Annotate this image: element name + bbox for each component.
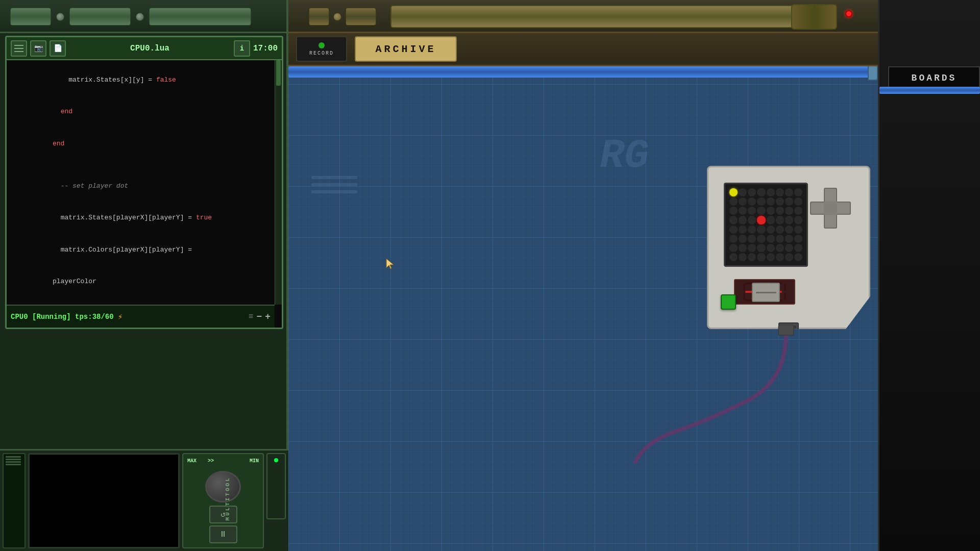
cable-connector [778, 322, 799, 338]
led-6-4 [767, 244, 775, 252]
code-line-5: -- set player dot [13, 170, 272, 202]
pipe-bolt-1 [56, 13, 64, 21]
record-button[interactable]: RECORD [296, 36, 347, 62]
led-3-1 [739, 216, 747, 224]
code-line-2: end [13, 96, 272, 128]
archive-label: ARCHIVE [375, 43, 436, 55]
editor-menu-button[interactable] [11, 40, 27, 57]
top-industrial-bar [288, 0, 878, 33]
led-4-5 [776, 226, 784, 234]
boards-label: BOARDS [912, 73, 957, 83]
menu-line-3 [14, 51, 23, 52]
pipe-1 [10, 8, 51, 26]
led-5-3 [757, 235, 765, 243]
led-7-2 [748, 253, 756, 261]
led-4-6 [785, 226, 793, 234]
led-0-3 [757, 188, 765, 196]
card-slot [752, 283, 780, 302]
led-7-5 [776, 253, 784, 261]
editor-content: matrix.States[x][y] = false end end -- s… [7, 60, 282, 305]
dpad-center [824, 202, 837, 215]
led-5-1 [739, 235, 747, 243]
refresh-button[interactable]: ↺ [209, 506, 237, 523]
led-5-4 [767, 235, 775, 243]
boards-button[interactable]: BOARDS [888, 66, 980, 89]
bottom-tool-panel: MAX >> MIN ↺ ⏸ MULTITOOL [0, 449, 288, 551]
red-status-light [845, 10, 852, 17]
led-6-6 [785, 244, 793, 252]
led-3-7 [794, 216, 802, 224]
left-panel: 📷 📄 CPU0.lua i 17:00 matrix.States[x][y]… [0, 33, 288, 551]
led-7-0 [729, 253, 738, 261]
led-5-5 [776, 235, 784, 243]
led-0-6 [785, 188, 793, 196]
camera-icon[interactable]: 📷 [30, 40, 46, 57]
pipe-3 [149, 8, 251, 26]
led-2-3 [757, 207, 765, 215]
workspace-grid: RG [288, 33, 980, 551]
led-1-2 [748, 197, 756, 206]
tool-knob[interactable] [205, 471, 241, 503]
led-1-7 [794, 197, 802, 206]
seg-tr-2 [784, 283, 786, 291]
power-indicator [274, 458, 278, 462]
led-5-2 [748, 235, 756, 243]
led-1-5 [776, 197, 784, 206]
monitor-screen [28, 453, 180, 548]
led-1-6 [785, 197, 793, 206]
editor-time: 17:00 [253, 44, 278, 53]
archive-button[interactable]: ARCHIVE [355, 36, 457, 62]
led-7-6 [785, 253, 793, 261]
pipe-2 [69, 8, 131, 26]
seg-br-2 [784, 293, 786, 300]
led-4-0 [729, 226, 738, 234]
led-2-7 [794, 207, 802, 215]
record-indicator [318, 42, 325, 48]
workspace-toolbar: RECORD ARCHIVE [288, 33, 878, 66]
code-line-1: matrix.States[x][y] = false [13, 64, 272, 96]
dpad-cross[interactable] [810, 188, 851, 229]
right-blue-bar [879, 87, 980, 94]
editor-info-button[interactable]: i [234, 40, 250, 57]
led-7-4 [767, 253, 775, 261]
led-0-2 [748, 188, 756, 196]
led-0-5 [776, 188, 784, 196]
pipe-bolt-2 [136, 13, 144, 21]
cable-svg [288, 33, 980, 551]
record-label: RECORD [309, 51, 334, 56]
led-2-2 [748, 207, 756, 215]
minus-button[interactable]: − [256, 312, 262, 322]
led-1-0 [729, 197, 738, 206]
bar-3 [6, 461, 21, 463]
led-4-3 [757, 226, 765, 234]
plus-button[interactable]: + [265, 312, 271, 322]
file-icon[interactable]: 📄 [50, 40, 66, 57]
bug-icon: ⚡ [118, 312, 123, 322]
led-4-7 [794, 226, 802, 234]
led-1-4 [767, 197, 775, 206]
green-button[interactable] [721, 294, 736, 310]
led-0-1 [739, 188, 747, 196]
editor-scrollbar[interactable] [275, 60, 282, 305]
pause-button[interactable]: ⏸ [209, 525, 237, 543]
rg-watermark: RG [600, 133, 649, 179]
led-2-6 [785, 207, 793, 215]
led-4-1 [739, 226, 747, 234]
frame-pipes [10, 8, 251, 26]
led-2-0 [729, 207, 738, 215]
multitool-panel: MAX >> MIN ↺ ⏸ [182, 453, 264, 548]
dpad[interactable] [810, 188, 851, 229]
editor-scroll-thumb[interactable] [276, 60, 281, 86]
led-1-1 [739, 197, 747, 206]
cpu-status-text: CPU0 [Running] tps:38/60 [11, 313, 114, 321]
editor-titlebar: 📷 📄 CPU0.lua i 17:00 [7, 37, 282, 60]
led-6-0 [729, 244, 738, 252]
led-3-0 [729, 216, 738, 224]
bar-4 [6, 464, 21, 465]
editor-filename: CPU0.lua [69, 44, 231, 53]
led-7-3 [757, 253, 765, 261]
game-device [707, 166, 870, 329]
led-4-2 [748, 226, 756, 234]
pipe-seg-top1 [309, 8, 329, 26]
led-0-4 [767, 188, 775, 196]
